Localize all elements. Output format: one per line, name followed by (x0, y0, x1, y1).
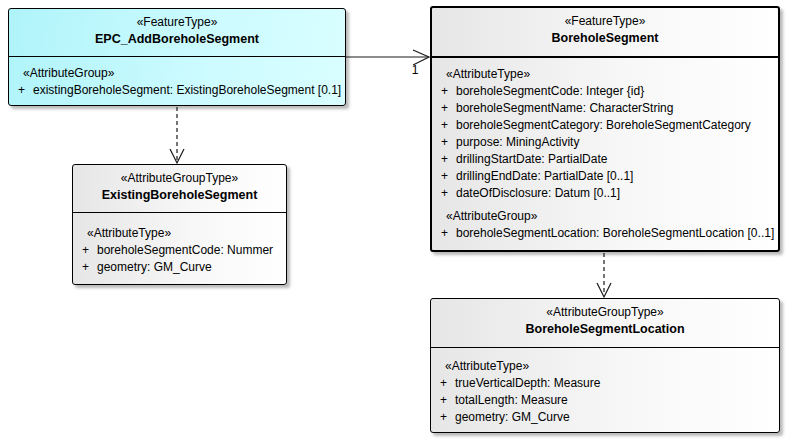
visibility-marker: + (73, 242, 97, 259)
attribute-compartment: «AttributeType» + boreholeSegmentCode: I… (432, 56, 778, 250)
attribute-row[interactable]: + drillingStartDate: PartialDate (432, 151, 778, 168)
attribute-row[interactable]: + boreholeSegmentCategory: BoreholeSegme… (432, 117, 778, 134)
dependency-arrow-epc-to-existingboreholesegment[interactable] (170, 107, 184, 163)
visibility-marker: + (432, 134, 456, 151)
visibility-marker: + (432, 225, 456, 242)
attribute-compartment: «AttributeType» + trueVerticalDepth: Mea… (431, 347, 779, 432)
attribute-row[interactable]: + existingBoreholeSegment: ExistingBoreh… (9, 82, 345, 99)
visibility-marker: + (431, 375, 455, 392)
class-stereotype: «AttributeGroupType» (73, 171, 286, 185)
attribute-text: drillingEndDate: PartialDate [0..1] (456, 168, 633, 185)
class-name: BoreholeSegment (432, 31, 778, 45)
attribute-text: purpose: MiningActivity (456, 134, 579, 151)
stereotype-header: «AttributeType» (432, 66, 778, 83)
visibility-marker: + (432, 100, 456, 117)
attribute-text: trueVerticalDepth: Measure (455, 375, 600, 392)
attribute-text: boreholeSegmentCode: Nummer (97, 242, 273, 259)
stereotype-header: «AttributeType» (73, 225, 286, 242)
attribute-text: geometry: GM_Curve (455, 409, 570, 426)
class-stereotype: «FeatureType» (9, 15, 345, 29)
visibility-marker: + (432, 151, 456, 168)
class-name: EPC_AddBoreholeSegment (9, 32, 345, 46)
attribute-row[interactable]: + purpose: MiningActivity (432, 134, 778, 151)
attribute-row[interactable]: + dateOfDisclosure: Datum [0..1] (432, 185, 778, 202)
attribute-row[interactable]: + boreholeSegmentName: CharacterString (432, 100, 778, 117)
attribute-text: boreholeSegmentLocation: BoreholeSegment… (456, 225, 774, 242)
class-stereotype: «FeatureType» (432, 14, 778, 28)
stereotype-header: «AttributeGroup» (9, 65, 345, 82)
attribute-text: totalLength: Measure (455, 392, 568, 409)
visibility-marker: + (432, 117, 456, 134)
class-title: «FeatureType» EPC_AddBoreholeSegment (9, 9, 345, 56)
visibility-marker: + (9, 82, 33, 99)
attribute-text: boreholeSegmentCategory: BoreholeSegment… (456, 117, 751, 134)
attribute-row[interactable]: + boreholeSegmentCode: Integer {id} (432, 83, 778, 100)
class-boreholesegment[interactable]: «FeatureType» BoreholeSegment «Attribute… (430, 6, 780, 252)
attribute-row[interactable]: + geometry: GM_Curve (431, 409, 779, 426)
visibility-marker: + (73, 259, 97, 276)
attribute-text: boreholeSegmentCode: Integer {id} (456, 83, 644, 100)
uml-diagram-canvas: «FeatureType» EPC_AddBoreholeSegment «At… (0, 0, 793, 446)
class-title: «AttributeGroupType» BoreholeSegmentLoca… (431, 299, 779, 347)
class-boreholesegmentlocation[interactable]: «AttributeGroupType» BoreholeSegmentLoca… (430, 298, 780, 433)
class-title: «AttributeGroupType» ExistingBoreholeSeg… (73, 165, 286, 212)
multiplicity-label: 1 (406, 63, 424, 77)
visibility-marker: + (431, 392, 455, 409)
visibility-marker: + (432, 185, 456, 202)
attribute-row[interactable]: + boreholeSegmentLocation: BoreholeSegme… (432, 225, 778, 242)
class-title: «FeatureType» BoreholeSegment (432, 8, 778, 56)
attribute-row[interactable]: + boreholeSegmentCode: Nummer (73, 242, 286, 259)
class-existingboreholesegment[interactable]: «AttributeGroupType» ExistingBoreholeSeg… (72, 164, 287, 285)
attribute-text: dateOfDisclosure: Datum [0..1] (456, 185, 620, 202)
attribute-text: geometry: GM_Curve (97, 259, 212, 276)
class-name: BoreholeSegmentLocation (431, 322, 779, 336)
attribute-text: existingBoreholeSegment: ExistingBorehol… (33, 82, 341, 99)
visibility-marker: + (432, 168, 456, 185)
dependency-arrow-boreholesegment-to-location[interactable] (597, 253, 611, 297)
stereotype-header: «AttributeType» (431, 358, 779, 375)
visibility-marker: + (432, 83, 456, 100)
class-epc-addboreholesegment[interactable]: «FeatureType» EPC_AddBoreholeSegment «At… (8, 8, 346, 106)
class-stereotype: «AttributeGroupType» (431, 305, 779, 319)
class-name: ExistingBoreholeSegment (73, 188, 286, 202)
attribute-row[interactable]: + totalLength: Measure (431, 392, 779, 409)
visibility-marker: + (431, 409, 455, 426)
attribute-compartment: «AttributeGroup» + existingBoreholeSegme… (9, 56, 345, 105)
attribute-text: boreholeSegmentName: CharacterString (456, 100, 673, 117)
attribute-compartment: «AttributeType» + boreholeSegmentCode: N… (73, 212, 286, 284)
attribute-row[interactable]: + geometry: GM_Curve (73, 259, 286, 276)
attribute-row[interactable]: + trueVerticalDepth: Measure (431, 375, 779, 392)
stereotype-header: «AttributeGroup» (432, 208, 778, 225)
attribute-text: drillingStartDate: PartialDate (456, 151, 607, 168)
attribute-row[interactable]: + drillingEndDate: PartialDate [0..1] (432, 168, 778, 185)
